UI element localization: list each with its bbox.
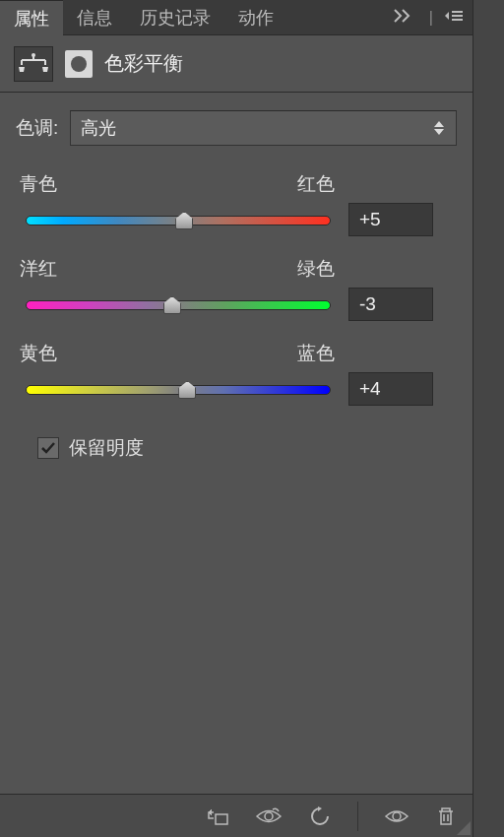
tone-select[interactable]: 高光 <box>70 110 457 146</box>
panel-menu-icon[interactable] <box>445 9 463 27</box>
delete-icon[interactable] <box>435 805 457 827</box>
tab-actions[interactable]: 动作 <box>224 0 287 35</box>
slider-label-red: 红色 <box>297 171 335 197</box>
slider-thumb[interactable] <box>175 212 193 229</box>
layer-mask-icon[interactable] <box>65 50 93 78</box>
collapse-panel-icon[interactable] <box>394 9 417 27</box>
view-previous-icon[interactable] <box>255 807 283 825</box>
dock-strip <box>472 0 504 837</box>
color-balance-icon <box>14 46 53 82</box>
slider-label-magenta: 洋红 <box>20 256 57 282</box>
slider-cyan-red[interactable] <box>26 210 331 229</box>
svg-rect-4 <box>216 814 227 824</box>
svg-rect-0 <box>452 11 463 13</box>
tab-properties[interactable]: 属性 <box>0 0 63 35</box>
dropdown-arrow-icon <box>430 115 448 141</box>
adjustment-header: 色彩平衡 <box>0 35 472 93</box>
slider-thumb[interactable] <box>178 381 196 399</box>
slider-label-blue: 蓝色 <box>297 341 335 366</box>
clip-to-layer-icon[interactable] <box>206 806 229 826</box>
tab-info[interactable]: 信息 <box>63 0 126 35</box>
slider-label-green: 绿色 <box>297 256 335 282</box>
footer-divider <box>357 802 358 831</box>
panel-footer <box>0 794 472 837</box>
slider-label-cyan: 青色 <box>20 171 57 197</box>
svg-rect-2 <box>452 19 463 21</box>
reset-icon[interactable] <box>308 806 332 826</box>
svg-point-3 <box>32 53 35 57</box>
svg-rect-1 <box>452 15 463 17</box>
tab-divider: | <box>429 9 433 27</box>
slider-label-yellow: 黄色 <box>20 341 57 366</box>
slider-yellow-blue[interactable] <box>26 379 331 399</box>
panel-tabs: 属性 信息 历史记录 动作 | <box>0 0 472 35</box>
resize-grip-icon[interactable] <box>457 821 471 835</box>
preserve-luminosity-checkbox[interactable] <box>37 437 59 459</box>
slider-magenta-green[interactable] <box>26 294 331 314</box>
preserve-luminosity-label: 保留明度 <box>69 435 144 461</box>
tone-selected-value: 高光 <box>81 116 116 140</box>
value-magenta-green[interactable]: -3 <box>348 288 433 321</box>
value-cyan-red[interactable]: +5 <box>348 203 433 236</box>
svg-point-5 <box>265 812 273 820</box>
value-yellow-blue[interactable]: +4 <box>348 372 433 406</box>
tab-history[interactable]: 历史记录 <box>126 0 224 35</box>
toggle-visibility-icon[interactable] <box>384 807 410 825</box>
slider-thumb[interactable] <box>163 296 181 314</box>
adjustment-title: 色彩平衡 <box>104 50 183 77</box>
tone-label: 色调: <box>16 115 58 141</box>
svg-point-6 <box>393 812 401 820</box>
